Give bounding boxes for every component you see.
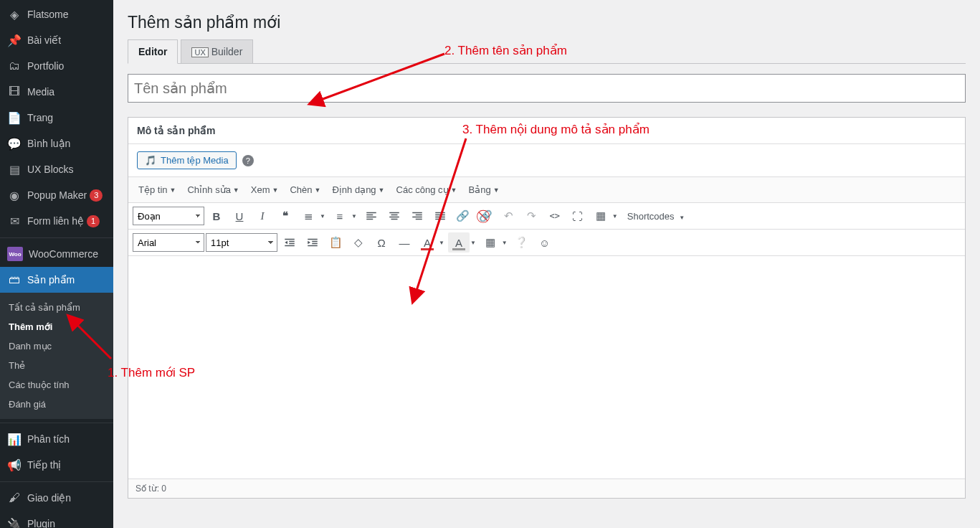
align-justify-button[interactable] bbox=[429, 206, 451, 226]
product-title-input[interactable] bbox=[128, 74, 966, 103]
menu-label: Popup Maker bbox=[27, 189, 87, 201]
outdent-button[interactable] bbox=[279, 232, 300, 253]
caret-icon: ▼ bbox=[233, 187, 239, 194]
bullet-list-button[interactable]: ≣ bbox=[298, 206, 319, 226]
menubar-định-dạng[interactable]: Định dạng ▼ bbox=[328, 182, 389, 198]
emoji-button[interactable]: ☺ bbox=[534, 232, 556, 253]
hr-button[interactable]: — bbox=[394, 232, 415, 253]
menubar-xem[interactable]: Xem ▼ bbox=[247, 182, 283, 198]
menu-icon: ◉ bbox=[7, 188, 22, 202]
sidebar-item-form-liên-hệ[interactable]: ✉Form liên hệ1 bbox=[0, 208, 113, 234]
sidebar-item-trang[interactable]: 📄Trang bbox=[0, 105, 113, 131]
menu-label: Bài viết bbox=[27, 34, 61, 46]
caret-icon[interactable]: ▼ bbox=[437, 240, 447, 246]
table-button[interactable]: ▦ bbox=[480, 232, 501, 253]
submenu-item-tất-cả-sản-phẩm[interactable]: Tất cả sản phẩm bbox=[0, 298, 113, 317]
redo-button[interactable]: ↷ bbox=[521, 206, 543, 226]
sidebar-item-bình-luận[interactable]: 💬Bình luận bbox=[0, 131, 113, 156]
caret-icon: ▼ bbox=[451, 187, 457, 194]
unlink-button[interactable]: 🔗⃠ bbox=[475, 206, 497, 226]
sidebar-item-phân-tích[interactable]: 📊Phân tích bbox=[0, 426, 113, 452]
sidebar-item-sản-phẩm[interactable]: 🗃Sản phẩm bbox=[0, 267, 113, 293]
menu-label: Media bbox=[27, 86, 54, 98]
tab-ux-builder[interactable]: UXBuilder bbox=[181, 39, 253, 63]
sidebar-item-tiếp-thị[interactable]: 📢Tiếp thị bbox=[0, 452, 113, 478]
add-media-button[interactable]: 🎵 Thêm tệp Media bbox=[137, 151, 237, 169]
sidebar-item-media[interactable]: 🎞Media bbox=[0, 79, 113, 105]
undo-button[interactable]: ↶ bbox=[498, 206, 520, 226]
sidebar-item-ux-blocks[interactable]: ▤UX Blocks bbox=[0, 156, 113, 182]
align-center-button[interactable] bbox=[384, 206, 405, 226]
special-char-button[interactable]: Ω bbox=[371, 232, 392, 253]
menubar-chỉnh-sửa[interactable]: Chỉnh sửa ▼ bbox=[183, 182, 243, 198]
submenu-item-các-thuộc-tính[interactable]: Các thuộc tính bbox=[0, 375, 113, 395]
code-button[interactable]: <> bbox=[544, 206, 566, 226]
kitchen-sink-button[interactable]: ▦ bbox=[590, 206, 612, 226]
caret-icon: ▼ bbox=[379, 187, 385, 194]
ux-badge: UX bbox=[191, 47, 208, 57]
menu-icon: 📢 bbox=[7, 458, 22, 472]
submenu: Tất cả sản phẩmThêm mớiDanh mụcThẻCác th… bbox=[0, 293, 113, 419]
text-color-button[interactable]: A bbox=[417, 232, 438, 253]
sidebar-item-bài-viết[interactable]: 📌Bài viết bbox=[0, 27, 113, 53]
menu-label: Phân tích bbox=[27, 433, 70, 445]
sidebar-item-popup-maker[interactable]: ◉Popup Maker3 bbox=[0, 182, 113, 208]
number-list-button[interactable]: ≡ bbox=[329, 206, 351, 226]
italic-button[interactable]: I bbox=[252, 206, 273, 226]
blockquote-button[interactable]: ❝ bbox=[275, 206, 296, 226]
menubar-tệp-tin[interactable]: Tệp tin ▼ bbox=[134, 182, 180, 198]
admin-sidebar: ◈Flatsome📌Bài viết🗂Portfolio🎞Media📄Trang… bbox=[0, 0, 113, 528]
tab-editor[interactable]: Editor bbox=[128, 39, 178, 64]
submenu-item-thẻ[interactable]: Thẻ bbox=[0, 356, 113, 375]
menubar-chèn[interactable]: Chèn ▼ bbox=[285, 182, 325, 198]
caret-icon[interactable]: ▼ bbox=[610, 213, 620, 220]
menu-icon: 🖌 bbox=[7, 491, 22, 505]
sidebar-item-portfolio[interactable]: 🗂Portfolio bbox=[0, 53, 113, 79]
main-content: Thêm sản phẩm mới Editor UXBuilder Mô tả… bbox=[113, 0, 980, 528]
caret-icon: ▼ bbox=[272, 187, 279, 194]
menu-icon: 🔌 bbox=[7, 517, 22, 528]
menubar-các-công-cụ[interactable]: Các công cụ ▼ bbox=[392, 182, 462, 198]
sidebar-item-flatsome[interactable]: ◈Flatsome bbox=[0, 1, 113, 27]
menu-label: Portfolio bbox=[27, 60, 64, 72]
menu-icon: ✉ bbox=[7, 214, 22, 228]
menu-icon: 🗃 bbox=[7, 273, 22, 287]
bg-color-button[interactable]: A bbox=[448, 232, 470, 253]
size-select[interactable]: 11pt bbox=[206, 233, 277, 252]
menu-label: Giao diện bbox=[27, 492, 71, 504]
align-left-button[interactable] bbox=[361, 206, 382, 226]
add-media-label: Thêm tệp Media bbox=[161, 155, 229, 166]
menubar-bảng[interactable]: Bảng ▼ bbox=[464, 182, 503, 198]
shortcodes-button[interactable]: Shortcodes ▼ bbox=[622, 211, 693, 222]
align-right-button[interactable] bbox=[406, 206, 428, 226]
sidebar-item-plugin[interactable]: 🔌Plugin bbox=[0, 511, 113, 528]
indent-button[interactable] bbox=[302, 232, 323, 253]
menu-icon: 🗂 bbox=[7, 59, 22, 73]
submenu-item-danh-mục[interactable]: Danh mục bbox=[0, 336, 113, 356]
sidebar-item-giao-diện[interactable]: 🖌Giao diện bbox=[0, 485, 113, 511]
menu-label: Form liên hệ bbox=[27, 215, 84, 227]
link-button[interactable]: 🔗 bbox=[452, 206, 474, 226]
bold-button[interactable]: B bbox=[206, 206, 227, 226]
format-select[interactable]: Đoạn bbox=[133, 207, 204, 225]
help-button[interactable]: ❔ bbox=[511, 232, 533, 253]
menu-label: UX Blocks bbox=[27, 164, 74, 175]
font-select[interactable]: Arial bbox=[133, 233, 204, 252]
caret-icon[interactable]: ▼ bbox=[318, 213, 328, 220]
menu-icon: 📊 bbox=[7, 432, 22, 446]
underline-button[interactable]: U bbox=[229, 206, 250, 226]
help-icon[interactable]: ? bbox=[242, 155, 254, 166]
sidebar-item-woocommerce[interactable]: WooWooCommerce bbox=[0, 241, 113, 267]
editor-toolbar-1: Đoạn B U I ❝ ≣▼ ≡▼ 🔗 🔗⃠ ↶ ↷ <> ⛶ ▦▼ Shor… bbox=[128, 203, 965, 230]
caret-icon[interactable]: ▼ bbox=[349, 213, 359, 220]
editor-body[interactable] bbox=[128, 256, 965, 478]
fullscreen-button[interactable]: ⛶ bbox=[567, 206, 589, 226]
caret-icon[interactable]: ▼ bbox=[468, 240, 478, 246]
caret-icon[interactable]: ▼ bbox=[500, 240, 510, 246]
paste-button[interactable]: 📋 bbox=[325, 232, 346, 253]
caret-icon: ▼ bbox=[315, 187, 321, 194]
submenu-item-thêm-mới[interactable]: Thêm mới bbox=[0, 317, 113, 336]
media-icon: 🎵 bbox=[145, 155, 156, 166]
submenu-item-đánh-giá[interactable]: Đánh giá bbox=[0, 395, 113, 414]
clear-format-button[interactable]: ◇ bbox=[348, 232, 369, 253]
